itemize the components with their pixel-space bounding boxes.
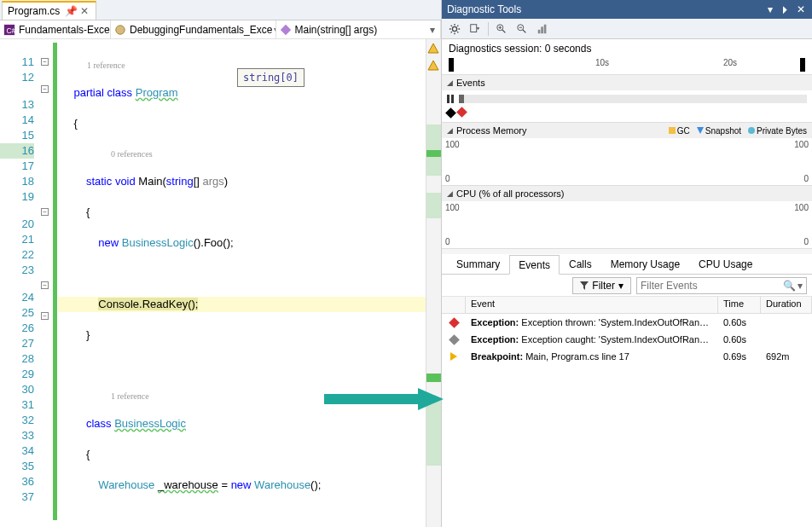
break-events-track[interactable]	[459, 95, 807, 103]
cpu-section-header[interactable]: ◢ CPU (% of all processors)	[442, 186, 812, 201]
tab-cpu-usage[interactable]: CPU Usage	[689, 254, 762, 274]
table-row[interactable]: Breakpoint: Main, Program.cs line 17 0.6…	[442, 348, 812, 365]
search-icon[interactable]: 🔍	[783, 280, 796, 292]
zoom-in-button[interactable]	[492, 20, 511, 38]
cpu-chart[interactable]: 100 100 0 0	[442, 201, 812, 249]
memory-section-header[interactable]: ◢ Process Memory GC Snapshot Private Byt…	[442, 123, 812, 138]
chevron-down-icon: ▾	[618, 280, 624, 292]
timeline-end-marker	[800, 58, 805, 72]
tab-events[interactable]: Events	[509, 255, 560, 275]
zoom-in-icon	[496, 23, 508, 35]
document-tab-bar: Program.cs 📌 ✕	[0, 0, 441, 20]
events-table: Event Time Duration Exception: Exception…	[442, 297, 812, 527]
filter-icon	[580, 281, 589, 290]
chevron-down-icon: ▾	[428, 24, 437, 36]
section-title: Process Memory	[456, 125, 527, 136]
chevron-down-icon[interactable]: ▾	[798, 280, 803, 292]
memory-legend: GC Snapshot Private Bytes	[669, 126, 807, 136]
snapshot-marker-icon	[697, 127, 704, 134]
line-number-gutter: 1112 13141516171819 20212223 24252627282…	[0, 39, 41, 527]
editor-area[interactable]: 1112 13141516171819 20212223 24252627282…	[0, 39, 441, 527]
gear-icon	[449, 23, 461, 35]
diagnostic-toolbar	[442, 19, 812, 39]
col-time[interactable]: Time	[718, 297, 761, 313]
detail-tabs: Summary Events Calls Memory Usage CPU Us…	[442, 254, 812, 275]
warning-icon	[427, 60, 439, 72]
parameter-info-tooltip: string[0]	[237, 68, 304, 87]
panel-title: Diagnostic Tools	[447, 3, 764, 15]
svg-rect-7	[471, 24, 477, 32]
timeline-ruler[interactable]: 10s 20s	[442, 58, 812, 75]
col-duration[interactable]: Duration	[761, 297, 812, 313]
reset-view-button[interactable]	[533, 20, 552, 38]
overview-ruler[interactable]	[426, 39, 441, 527]
select-tools-button[interactable]	[466, 20, 484, 38]
memory-chart[interactable]: 100 100 0 0	[442, 138, 812, 186]
outline-toggle[interactable]: −	[41, 208, 49, 216]
csharp-project-icon: C#	[3, 24, 15, 36]
table-row[interactable]: Exception: Exception caught: 'System.Ind…	[442, 331, 812, 348]
nav-class-label: DebuggingFundamentals_Exce	[130, 24, 272, 36]
svg-marker-18	[580, 281, 589, 290]
code-content[interactable]: 1 reference partial class Program { 0 re…	[58, 39, 426, 527]
outline-toggle[interactable]: −	[41, 58, 49, 66]
annotation-arrow	[324, 388, 444, 410]
outline-toggle[interactable]: −	[41, 85, 49, 93]
outline-toggle[interactable]: −	[41, 281, 49, 289]
method-icon	[280, 24, 292, 36]
tab-summary[interactable]: Summary	[447, 254, 509, 274]
tab-memory-usage[interactable]: Memory Usage	[601, 254, 689, 274]
intellitrace-icon	[445, 107, 456, 119]
svg-rect-17	[544, 24, 547, 33]
select-icon	[469, 23, 481, 35]
zoom-out-button[interactable]	[513, 20, 531, 38]
session-label: Diagnostics session: 0 seconds	[442, 39, 812, 58]
filter-button[interactable]: Filter ▾	[572, 277, 631, 294]
document-tab[interactable]: Program.cs 📌 ✕	[2, 1, 96, 20]
diagnostic-tools-pane: Diagnostic Tools ▾ ⏵ ✕ Diagnostics sessi…	[442, 0, 812, 527]
tab-calls[interactable]: Calls	[560, 254, 601, 274]
outline-toggle[interactable]: −	[41, 312, 49, 320]
close-icon[interactable]: ✕	[795, 3, 807, 15]
filter-events-input[interactable]	[641, 280, 783, 292]
settings-button[interactable]	[445, 20, 464, 38]
table-row[interactable]: Exception: Exception thrown: 'System.Ind…	[442, 314, 812, 331]
pause-icon	[447, 95, 455, 103]
class-icon	[114, 24, 126, 36]
navigation-dropdown-bar: C# Fundamentals-Exce ▾ DebuggingFundamen…	[0, 20, 441, 39]
timeline-tick: 10s	[595, 58, 609, 67]
diagnostic-tools-titlebar: Diagnostic Tools ▾ ⏵ ✕	[442, 0, 812, 19]
cpu-section: ◢ CPU (% of all processors) 100 100 0 0	[442, 186, 812, 249]
codelens-references[interactable]: 0 references	[58, 147, 426, 159]
nav-method-dropdown[interactable]: Main(string[] args) ▾	[276, 20, 442, 38]
svg-marker-5	[428, 61, 438, 70]
collapse-icon: ◢	[447, 78, 453, 87]
nav-project-dropdown[interactable]: C# Fundamentals-Exce ▾	[0, 20, 111, 38]
events-filter-row: Filter ▾ 🔍 ▾	[442, 275, 812, 297]
collapse-icon: ◢	[447, 126, 453, 135]
pin-icon[interactable]: ⏵	[780, 3, 792, 15]
svg-point-2	[116, 25, 125, 34]
zoom-out-icon	[516, 23, 528, 35]
svg-line-13	[523, 29, 526, 32]
filter-input-wrap: 🔍 ▾	[636, 277, 807, 294]
events-section-header[interactable]: ◢ Events	[442, 75, 812, 90]
nav-class-dropdown[interactable]: DebuggingFundamentals_Exce ▾	[111, 20, 276, 38]
exception-caught-icon	[449, 334, 460, 345]
window-position-icon[interactable]: ▾	[764, 3, 776, 15]
timeline-tick: 20s	[723, 58, 737, 67]
col-event[interactable]: Event	[466, 297, 718, 313]
exception-marker-icon[interactable]	[456, 107, 467, 118]
timeline-start-marker	[449, 58, 454, 72]
events-section: ◢ Events	[442, 75, 812, 123]
svg-point-6	[452, 26, 456, 31]
intellitrace-track[interactable]	[458, 108, 807, 117]
svg-marker-4	[428, 43, 438, 53]
private-bytes-marker-icon	[748, 127, 755, 134]
warning-icon	[427, 43, 439, 55]
close-icon[interactable]: ✕	[78, 5, 90, 17]
svg-rect-15	[538, 29, 541, 32]
pin-icon[interactable]: 📌	[65, 5, 77, 17]
events-table-header: Event Time Duration	[442, 297, 812, 314]
section-title: CPU (% of all processors)	[456, 188, 565, 199]
